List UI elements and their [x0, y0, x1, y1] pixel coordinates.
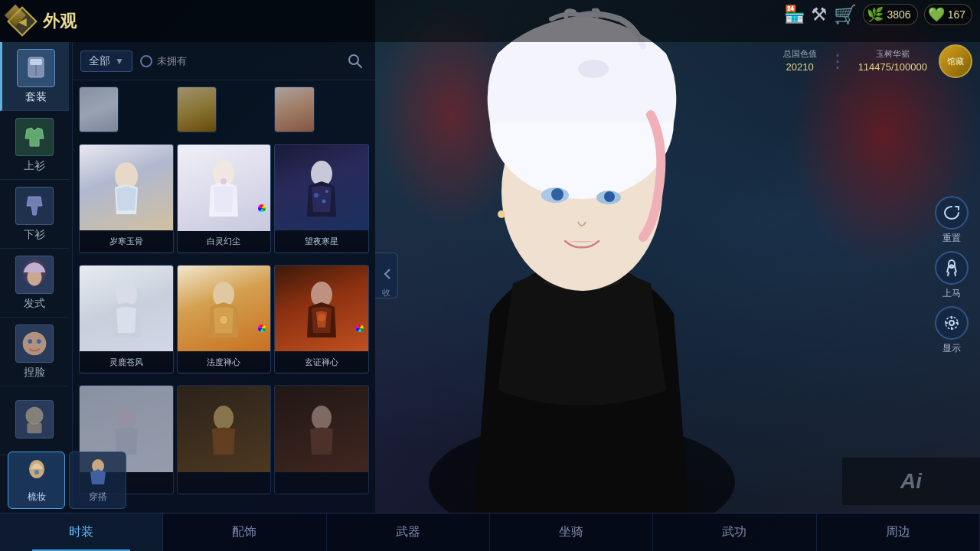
- action-display[interactable]: 显示: [931, 306, 972, 355]
- stat-item: 玉树华裾 114475/100000: [858, 48, 927, 74]
- svg-point-6: [604, 191, 615, 202]
- category-sidebar: 套装 上衫 下衫 发式: [0, 42, 73, 509]
- svg-rect-21: [27, 422, 41, 432]
- currency-2-value: 167: [948, 8, 965, 21]
- craft-icon[interactable]: ⚒: [811, 4, 828, 25]
- svg-point-16: [23, 331, 47, 355]
- category-suit[interactable]: 套装: [0, 42, 69, 111]
- filter-all-label: 全部: [89, 54, 110, 68]
- style-btn-outfit[interactable]: 穿搭: [69, 452, 126, 509]
- svg-point-37: [214, 406, 234, 430]
- category-misc[interactable]: [0, 386, 69, 455]
- item-card-hidden-3[interactable]: [274, 86, 314, 132]
- tab-accessory[interactable]: 配饰: [163, 514, 326, 551]
- misc-icon: [15, 400, 54, 439]
- svg-point-36: [116, 406, 136, 430]
- display-icon: [935, 306, 969, 340]
- cart-icon[interactable]: 🛒: [834, 4, 857, 25]
- tab-mount[interactable]: 坐骑: [490, 514, 653, 551]
- geo-accent: [8, 8, 23, 23]
- stats-bar: 总国色值 20210 ⋮ 玉树华裾 114475/100000 馆藏: [783, 44, 972, 78]
- svg-point-18: [37, 339, 41, 344]
- page-title: 外观: [43, 10, 77, 33]
- svg-point-35: [318, 314, 325, 321]
- svg-point-30: [322, 200, 326, 204]
- style-btn-groom[interactable]: 梳妆: [8, 452, 65, 509]
- tab-mount-label: 坐骑: [559, 524, 583, 540]
- item-card-6[interactable]: 玄证禅心: [274, 265, 369, 373]
- svg-rect-10: [30, 59, 42, 65]
- groom-label: 梳妆: [28, 491, 46, 504]
- tab-misc[interactable]: 周边: [817, 514, 980, 551]
- item-card-5[interactable]: 法度禅心: [177, 265, 272, 373]
- item-thumb-5: [178, 266, 271, 351]
- svg-point-22: [349, 55, 358, 64]
- unowned-filter[interactable]: 未拥有: [140, 54, 187, 68]
- stat-item-value: 114475/100000: [858, 60, 927, 74]
- svg-point-26: [220, 178, 227, 184]
- cat-top-label: 上衫: [24, 159, 45, 173]
- item-card-3[interactable]: 望夜寒星: [274, 144, 369, 253]
- collapse-button[interactable]: 收: [375, 253, 398, 298]
- radio-circle: [140, 55, 152, 67]
- category-bottom[interactable]: 下衫: [0, 180, 69, 249]
- item-partial-name-3: [275, 472, 368, 494]
- face-icon: [15, 324, 54, 363]
- item-name-4: 灵鹿苍风: [80, 351, 173, 373]
- shop-icon[interactable]: 🏪: [784, 5, 805, 24]
- ai-watermark: Ai: [842, 458, 980, 505]
- item-card-hidden-2[interactable]: [177, 86, 217, 132]
- tab-weapon[interactable]: 武器: [327, 514, 490, 551]
- item-dot-2: [258, 204, 266, 212]
- bottom-icon: [15, 187, 54, 225]
- item-card-4[interactable]: 灵鹿苍风: [79, 265, 174, 373]
- item-card-2[interactable]: 白灵幻尘: [177, 144, 272, 253]
- tab-skill-label: 武功: [722, 524, 746, 540]
- action-mount[interactable]: 上马: [931, 251, 972, 300]
- cat-hair-label: 发式: [24, 297, 45, 311]
- currency-item-2[interactable]: 💚 167: [924, 4, 972, 25]
- svg-point-7: [498, 210, 505, 218]
- character-art: [360, 8, 804, 513]
- items-grid: 岁寒玉骨 白灵幻尘: [73, 80, 375, 509]
- currency-2-icon: 💚: [928, 6, 945, 23]
- category-top[interactable]: 上衫: [0, 111, 69, 180]
- item-card-hidden-1[interactable]: [79, 86, 119, 132]
- category-hair[interactable]: 发式: [0, 249, 69, 318]
- top-icon: [15, 118, 54, 156]
- svg-point-28: [314, 193, 318, 197]
- stat-divider: ⋮: [828, 51, 847, 72]
- reset-label: 重置: [942, 232, 961, 245]
- tab-fashion[interactable]: 时装: [0, 514, 163, 551]
- item-dot-5: [258, 324, 266, 332]
- item-card-partial-2[interactable]: [177, 385, 272, 494]
- suit-icon: [17, 49, 55, 87]
- action-reset[interactable]: 重置: [931, 196, 972, 245]
- stat-guo-value: 20210: [783, 60, 817, 74]
- item-name-3: 望夜寒星: [275, 230, 368, 252]
- item-card-partial-3[interactable]: [274, 385, 369, 494]
- currency-item-1[interactable]: 🌿 3806: [863, 4, 917, 25]
- item-thumb-4: [80, 266, 173, 351]
- svg-point-29: [325, 190, 328, 193]
- item-partial-name-2: [178, 472, 271, 494]
- collection-label: 馆藏: [947, 56, 964, 67]
- hair-icon: [15, 256, 54, 294]
- category-face[interactable]: 捏脸: [0, 318, 69, 386]
- svg-point-17: [28, 339, 32, 344]
- style-buttons: 梳妆 穿搭: [8, 452, 126, 509]
- tab-misc-label: 周边: [886, 524, 910, 540]
- item-thumb-6: [275, 266, 368, 351]
- tab-accessory-label: 配饰: [232, 524, 256, 540]
- tab-skill[interactable]: 武功: [653, 514, 816, 551]
- filter-dropdown[interactable]: 全部 ▼: [80, 51, 132, 72]
- svg-point-8: [578, 60, 609, 78]
- collection-badge[interactable]: 馆藏: [939, 44, 972, 78]
- item-card-1[interactable]: 岁寒玉骨: [79, 144, 174, 253]
- cat-bottom-label: 下衫: [24, 228, 45, 242]
- currency-bar: 🏪 ⚒ 🛒 🌿 3806 💚 167: [784, 4, 972, 25]
- groom-thumb: [18, 457, 56, 487]
- item-thumb-2: [178, 145, 271, 230]
- tab-fashion-label: 时装: [69, 524, 93, 540]
- currency-1-value: 3806: [887, 8, 910, 21]
